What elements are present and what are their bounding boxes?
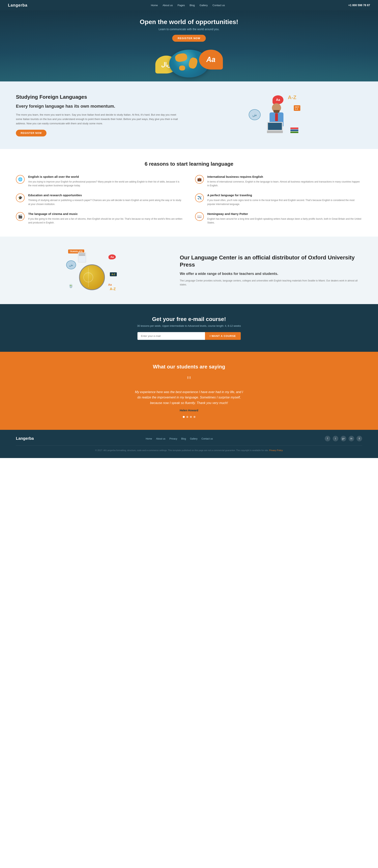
- oxford-illus-wrap: TRANSLATE Aa ش A-Z 🍵 A-Z Aa: [66, 248, 118, 292]
- testimonial-dots: [16, 416, 362, 418]
- footer-link-about[interactable]: About us: [156, 437, 165, 440]
- reason-title-2: International business requires English: [208, 175, 362, 178]
- footer-link-gallery[interactable]: Gallery: [190, 437, 197, 440]
- hero-section: Open the world of opportunities! Learn t…: [0, 10, 378, 82]
- email-input[interactable]: [137, 332, 205, 340]
- reasons-title: 6 reasons to start learning language: [16, 161, 362, 167]
- footer-top: Langerba Home About us Privacy Blog Gall…: [16, 436, 362, 445]
- book-2: [290, 129, 298, 131]
- studying-heading: Every foreign language has its own momen…: [16, 103, 183, 110]
- hero-title: Open the world of opportunities!: [140, 18, 239, 26]
- reason-item-6: 📖 Hemingway and Harry Potter English has…: [195, 212, 362, 225]
- testimonials-section: What our students are saying " My experi…: [0, 352, 378, 430]
- social-linkedin[interactable]: li: [356, 436, 362, 441]
- reason-icon-2: 💼: [195, 175, 204, 184]
- illustration-wrapper: A-Z Aa ش DICTA-Z: [251, 93, 302, 133]
- reason-body-1: Are you trying to improve your English f…: [28, 180, 183, 187]
- studying-title: Studying Foreign Languages: [16, 94, 183, 100]
- testimonial-text: My experience here was the best experien…: [133, 389, 245, 406]
- quote-mark: ": [16, 376, 362, 385]
- oxford-illustration: TRANSLATE Aa ش A-Z 🍵 A-Z Aa: [66, 248, 118, 292]
- footer-privacy-link[interactable]: Privacy Policy: [269, 449, 283, 452]
- laptop-screen: [267, 122, 283, 131]
- social-googleplus[interactable]: g+: [341, 436, 346, 441]
- document-icon: [78, 252, 86, 262]
- doc-line-1: [79, 253, 85, 254]
- reason-content-2: International business requires English …: [208, 175, 362, 187]
- footer-link-privacy[interactable]: Privacy: [169, 437, 177, 440]
- footer-links: Home About us Privacy Blog Gallery Conta…: [146, 437, 213, 440]
- person-tie: [275, 113, 278, 121]
- nav-home[interactable]: Home: [151, 4, 158, 7]
- az-label: A-Z: [288, 94, 296, 100]
- book-1: [290, 127, 298, 129]
- oxford-heading: Our Language Center is an official distr…: [180, 254, 362, 269]
- reason-body-5: If you like going to the movies and are …: [28, 217, 183, 225]
- reasons-section: 6 reasons to start learning language 🌐 E…: [0, 149, 378, 237]
- oxford-section: TRANSLATE Aa ش A-Z 🍵 A-Z Aa Our Language…: [0, 237, 378, 304]
- reason-title-1: English is spoken all over the world: [28, 175, 183, 178]
- email-course-section: Get your free e-mail course! 30 lessons …: [0, 304, 378, 352]
- globe-line-2: [88, 268, 89, 287]
- dot-3[interactable]: [190, 416, 192, 418]
- navbar-logo: Langerba: [8, 3, 27, 7]
- globe-container: ريال Aa: [161, 50, 217, 82]
- email-form: I WANT A COURSE: [137, 332, 241, 340]
- reason-icon-1: 🌐: [16, 175, 25, 184]
- hero-register-button[interactable]: REGISTER NOW: [172, 35, 206, 42]
- continent-1: [175, 53, 188, 63]
- nav-about[interactable]: About us: [162, 4, 172, 7]
- person-beard: [274, 110, 280, 113]
- reason-icon-4: ✈️: [195, 193, 204, 202]
- reason-content-1: English is spoken all over the world Are…: [28, 175, 183, 187]
- reason-body-3: Thinking of studying abroad or publishin…: [28, 198, 183, 206]
- footer-link-contact[interactable]: Contact us: [201, 437, 213, 440]
- reason-icon-6: 📖: [195, 212, 204, 221]
- dot-4[interactable]: [193, 416, 195, 418]
- social-twitter[interactable]: t: [333, 436, 338, 441]
- reason-content-4: A perfect language for traveling If you …: [208, 193, 362, 206]
- studying-section: Studying Foreign Languages Every foreign…: [0, 82, 378, 149]
- social-facebook[interactable]: f: [325, 436, 330, 441]
- aa-bottom: Aa: [108, 283, 112, 286]
- nav-pages[interactable]: Pages: [178, 4, 185, 7]
- reason-body-4: If you travel often, you'll note signs t…: [208, 198, 362, 206]
- studying-register-button[interactable]: REGISTER NOW: [16, 130, 46, 136]
- continent-3: [179, 66, 185, 70]
- navbar: Langerba Home About us Pages Blog Galler…: [0, 0, 378, 10]
- footer-link-home[interactable]: Home: [146, 437, 152, 440]
- oxford-body: The Language Center provides schools, la…: [180, 279, 362, 287]
- dot-2[interactable]: [186, 416, 188, 418]
- footer-link-blog[interactable]: Blog: [181, 437, 186, 440]
- bubble-arabic-left: ش: [249, 109, 261, 120]
- navbar-phone: +1 800 598 78 87: [348, 4, 370, 7]
- reason-icon-3: 🎓: [16, 193, 25, 202]
- nav-contact[interactable]: Contact us: [213, 4, 225, 7]
- footer-copyright: © 2017. All Langerba formatting, structu…: [16, 449, 362, 452]
- reason-title-5: The language of cinema and music: [28, 212, 183, 216]
- laptop-base: [267, 131, 283, 133]
- speech-bubble-aa: Aa: [199, 50, 223, 69]
- studying-image: A-Z Aa ش DICTA-Z: [195, 93, 362, 137]
- aa-bubble-oxford: Aa: [108, 254, 116, 259]
- az-tag-oxford: A-Z: [110, 272, 117, 276]
- reason-content-3: Education and research opportunities Thi…: [28, 193, 183, 206]
- dot-1[interactable]: [183, 416, 185, 418]
- want-course-button[interactable]: I WANT A COURSE: [205, 332, 241, 340]
- reason-icon-5: 🎬: [16, 212, 25, 221]
- studying-body: The more you learn, the more you want to…: [16, 113, 183, 126]
- reason-body-6: English has been around for a long time …: [208, 217, 362, 225]
- reason-body-2: In terms of international commerce, Engl…: [208, 180, 362, 187]
- social-instagram[interactable]: in: [349, 436, 354, 441]
- nav-blog[interactable]: Blog: [190, 4, 195, 7]
- reason-content-5: The language of cinema and music If you …: [28, 212, 183, 225]
- nav-gallery[interactable]: Gallery: [200, 4, 208, 7]
- navbar-links: Home About us Pages Blog Gallery Contact…: [151, 3, 225, 7]
- reasons-grid: 🌐 English is spoken all over the world A…: [16, 175, 362, 225]
- reason-content-6: Hemingway and Harry Potter English has b…: [208, 212, 362, 225]
- testimonials-title: What our students are saying: [16, 364, 362, 370]
- arabic-bubble-oxford: ش: [66, 260, 76, 269]
- reason-title-6: Hemingway and Harry Potter: [208, 212, 362, 216]
- oxford-globe: [79, 265, 105, 290]
- book-3: [290, 131, 298, 133]
